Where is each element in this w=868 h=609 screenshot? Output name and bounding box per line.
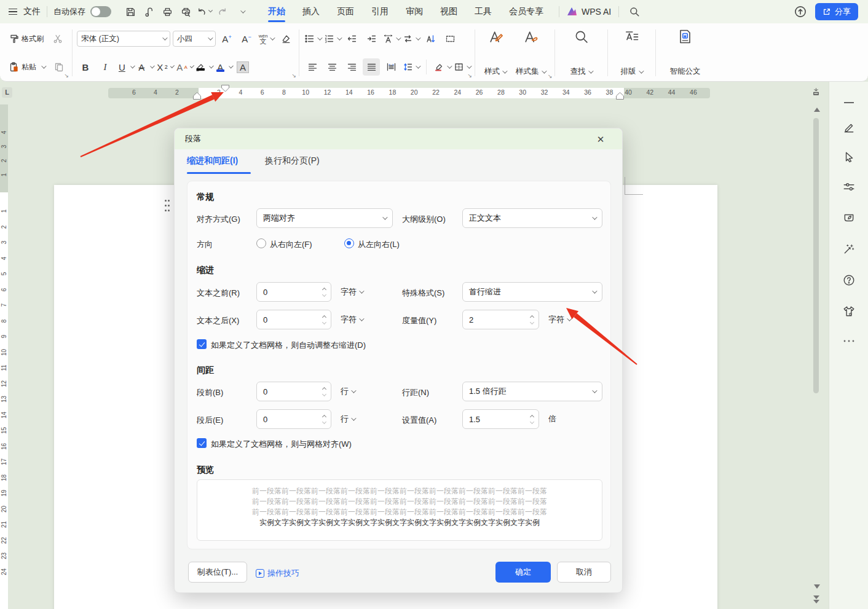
- ribbon-tab[interactable]: 会员专享: [502, 0, 550, 23]
- indent-after-input[interactable]: 0: [256, 310, 331, 329]
- pinyin-guide-button[interactable]: wén文: [258, 30, 275, 47]
- line-spacing-button[interactable]: [402, 58, 419, 76]
- snap-to-grid-label[interactable]: 如果定义了文档网格，则与网格对齐(W): [211, 439, 352, 450]
- share-button[interactable]: 分享: [815, 3, 858, 20]
- wps-ai-button[interactable]: WPS AI: [566, 0, 611, 23]
- dialog-titlebar[interactable]: 段落: [175, 128, 622, 149]
- increase-indent-button[interactable]: [363, 30, 380, 47]
- character-scaling-button[interactable]: [382, 30, 400, 47]
- bold-button[interactable]: B: [77, 58, 94, 76]
- ribbon-tab[interactable]: 开始: [261, 0, 292, 23]
- alignment-select[interactable]: 两端对齐: [256, 208, 393, 228]
- align-right-button[interactable]: [343, 58, 360, 76]
- space-before-input[interactable]: 0: [256, 382, 331, 401]
- eco-mode-icon[interactable]: [843, 211, 855, 224]
- space-after-input[interactable]: 0: [256, 409, 331, 429]
- close-icon[interactable]: ✕: [593, 132, 609, 147]
- skin-theme-icon[interactable]: [843, 305, 855, 318]
- undo-button[interactable]: [195, 4, 213, 20]
- rtl-radio-label[interactable]: 从右向左(F): [270, 239, 312, 250]
- cancel-button[interactable]: 取消: [557, 562, 611, 583]
- line-spacing-select[interactable]: 1.5 倍行距: [462, 382, 602, 401]
- format-painter-button[interactable]: 格式刷: [6, 29, 47, 48]
- superscript-button[interactable]: X2: [156, 58, 173, 76]
- style-set-button[interactable]: 样式集 ↘: [511, 27, 550, 79]
- underline-button[interactable]: U: [116, 58, 133, 76]
- find-button[interactable]: 查找: [559, 27, 603, 79]
- cut-icon[interactable]: [49, 30, 66, 47]
- file-menu[interactable]: 文件: [23, 0, 41, 23]
- sort-button[interactable]: [422, 30, 439, 47]
- ribbon-tab[interactable]: 审阅: [399, 0, 430, 23]
- chevron-down-icon[interactable]: [232, 4, 250, 20]
- autosave-toggle[interactable]: [90, 6, 111, 17]
- indent-before-input[interactable]: 0: [256, 282, 331, 302]
- help-icon[interactable]: [843, 274, 855, 286]
- clear-format-icon[interactable]: [277, 30, 294, 47]
- page-setup-icon[interactable]: [441, 30, 459, 47]
- snap-to-grid-checkbox[interactable]: [197, 438, 207, 448]
- redo-button[interactable]: [214, 4, 231, 20]
- numbered-list-button[interactable]: [323, 30, 341, 47]
- font-size-select[interactable]: 小四: [173, 31, 216, 47]
- space-before-unit[interactable]: 行: [341, 382, 355, 401]
- ruler-toggle-icon[interactable]: [811, 87, 821, 96]
- export-icon[interactable]: [140, 4, 157, 20]
- align-center-button[interactable]: [323, 58, 341, 76]
- swap-direction-button[interactable]: [402, 30, 419, 47]
- scroll-up-arrow[interactable]: [814, 108, 820, 112]
- clipboard-launcher-icon[interactable]: ↘: [64, 73, 69, 79]
- vertical-ruler[interactable]: 4321 12345678910111213141516171819202122…: [0, 104, 8, 609]
- left-indent-marker[interactable]: [193, 92, 201, 100]
- collapse-icon[interactable]: [844, 102, 854, 103]
- pen-icon[interactable]: [843, 121, 855, 133]
- print-button[interactable]: [159, 4, 176, 20]
- save-button[interactable]: [122, 4, 139, 20]
- tips-link[interactable]: 操作技巧: [256, 568, 299, 579]
- magic-wand-icon[interactable]: [843, 243, 855, 255]
- print-preview-button[interactable]: [177, 4, 194, 20]
- text-effects-button[interactable]: AA: [175, 58, 192, 76]
- line-spacing-at-input[interactable]: 1.5: [462, 409, 539, 429]
- scroll-down-arrow[interactable]: [814, 584, 820, 589]
- tabs-button[interactable]: 制表位(T)...: [188, 562, 247, 583]
- indent-by-unit[interactable]: 字符: [548, 310, 570, 329]
- paragraph-drag-handle[interactable]: [165, 200, 171, 214]
- typeset-button[interactable]: 排版: [612, 27, 651, 79]
- bullet-list-button[interactable]: [304, 30, 321, 47]
- auto-adjust-right-indent-checkbox[interactable]: [197, 339, 207, 349]
- outline-level-select[interactable]: 正文文本: [462, 208, 602, 228]
- italic-button[interactable]: I: [97, 58, 114, 76]
- increase-font-button[interactable]: A+: [218, 30, 235, 47]
- upload-icon[interactable]: [792, 4, 809, 20]
- indent-before-unit[interactable]: 字符: [341, 282, 363, 302]
- paragraph-launcher-icon[interactable]: ↘: [467, 73, 472, 79]
- auto-adjust-right-indent-label[interactable]: 如果定义了文档网格，则自动调整右缩进(D): [211, 340, 366, 351]
- ribbon-tab[interactable]: 视图: [433, 0, 464, 23]
- space-after-unit[interactable]: 行: [341, 409, 355, 429]
- tab-line-page-breaks[interactable]: 换行和分页(P): [265, 155, 320, 167]
- tab-indents-spacing[interactable]: 缩进和间距(I): [187, 155, 238, 167]
- cursor-icon[interactable]: [843, 151, 855, 163]
- font-launcher-icon[interactable]: ↘: [291, 73, 296, 79]
- justify-button[interactable]: [363, 58, 380, 76]
- hamburger-icon[interactable]: [9, 9, 17, 15]
- styles-launcher-icon[interactable]: ↘: [548, 73, 553, 79]
- character-shading-button[interactable]: A: [234, 58, 251, 76]
- ok-button[interactable]: 确定: [495, 562, 551, 583]
- font-name-select[interactable]: 宋体 (正文): [77, 31, 170, 47]
- adjust-sliders-icon[interactable]: [843, 181, 855, 193]
- rtl-radio[interactable]: [256, 238, 266, 248]
- styles-button[interactable]: 样式: [479, 27, 511, 79]
- ribbon-tab[interactable]: 页面: [330, 0, 361, 23]
- highlight-color-button[interactable]: [195, 58, 212, 76]
- font-color-button[interactable]: A: [215, 58, 232, 76]
- ltr-radio[interactable]: [344, 238, 354, 248]
- ribbon-tab[interactable]: 引用: [365, 0, 395, 23]
- first-line-indent-marker[interactable]: [221, 85, 229, 92]
- right-indent-marker[interactable]: [616, 92, 624, 100]
- decrease-indent-button[interactable]: [343, 30, 360, 47]
- ribbon-tab[interactable]: 插入: [296, 0, 326, 23]
- special-format-select[interactable]: 首行缩进: [462, 282, 602, 302]
- horizontal-ruler[interactable]: 642 2468101214161820222426283032343638 4…: [0, 88, 868, 98]
